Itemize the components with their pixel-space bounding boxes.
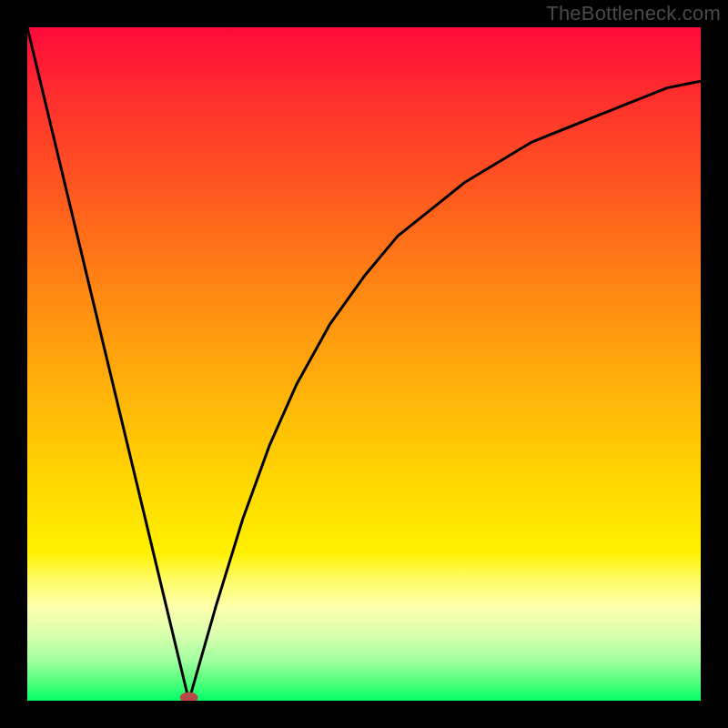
- chart-container: TheBottleneck.com: [0, 0, 728, 728]
- gradient-background: [27, 27, 701, 701]
- watermark-text: TheBottleneck.com: [546, 2, 721, 25]
- plot-svg: [27, 27, 701, 701]
- plot-area: [27, 27, 701, 701]
